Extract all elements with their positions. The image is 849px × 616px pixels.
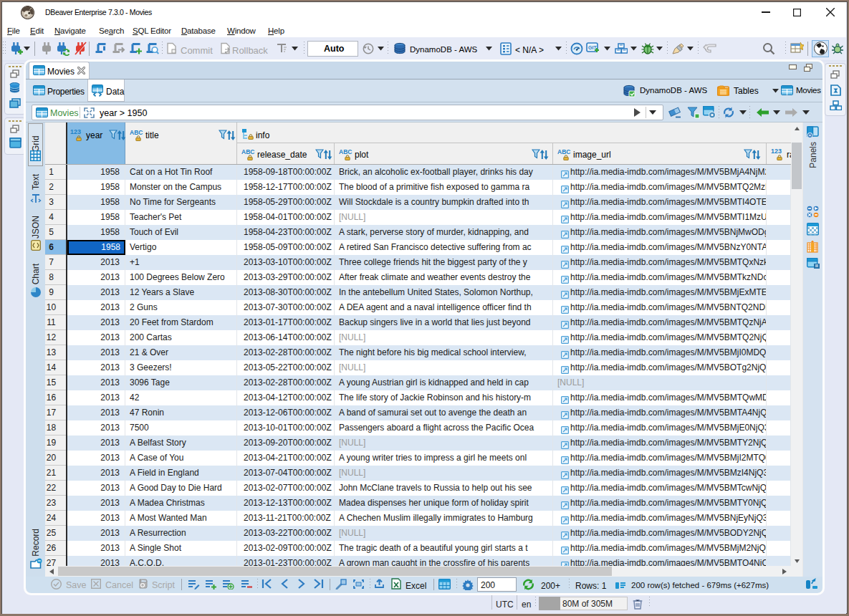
svg-text:GIT: GIT [588,45,597,50]
